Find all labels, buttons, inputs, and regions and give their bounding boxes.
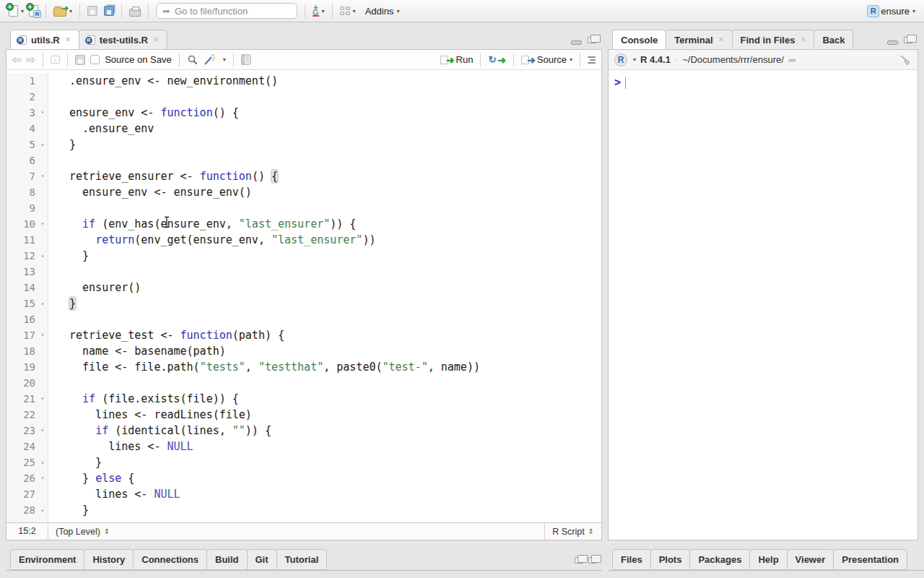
fold-marker-icon[interactable]: ▴ [38, 248, 48, 264]
gutter[interactable]: 1 [6, 73, 48, 89]
rerun-button[interactable]: ↻ ➜ [488, 54, 506, 66]
code-line-27[interactable]: 27 lines <- NULL [6, 486, 601, 502]
gutter[interactable]: 23▾ [6, 423, 48, 439]
addins-menu[interactable]: Addins ▾ [365, 6, 400, 17]
tab-connections[interactable]: Connections [133, 549, 207, 570]
gutter[interactable]: 25▴ [6, 454, 48, 470]
fold-marker-icon[interactable]: ▴ [38, 454, 48, 470]
fold-marker-icon[interactable]: ▾ [38, 470, 48, 486]
gutter[interactable]: 17▾ [6, 327, 48, 343]
tab-environment[interactable]: Environment [10, 549, 84, 570]
code-line-16[interactable]: 16 [6, 311, 601, 327]
popout-arrow-icon[interactable]: ➦ [788, 54, 797, 66]
code-line-22[interactable]: 22 lines <- readLines(file) [6, 407, 601, 423]
fold-marker-icon[interactable]: ▾ [38, 168, 48, 184]
code-line-20[interactable]: 20 [6, 375, 601, 391]
back-icon[interactable]: ⇦ [12, 53, 22, 66]
gutter[interactable]: 18 [6, 343, 48, 359]
close-icon[interactable]: × [154, 35, 159, 45]
gutter[interactable]: 16 [6, 311, 48, 327]
popout-icon[interactable]: ⌕ [51, 56, 60, 64]
restore-pane-icon[interactable] [575, 557, 583, 564]
code-line-14[interactable]: 14 ensurer() [6, 280, 601, 296]
gutter[interactable]: 20 [6, 375, 48, 391]
close-icon[interactable]: × [719, 35, 724, 45]
source-button[interactable]: ➜ Source ▾ [521, 54, 572, 66]
code-line-6[interactable]: 6 [6, 152, 601, 168]
code-line-17[interactable]: 17▾retrieve_test <- function(path) { [6, 327, 601, 343]
code-line-18[interactable]: 18 name <- basename(path) [6, 343, 601, 359]
maximize-pane-icon[interactable] [904, 37, 912, 43]
clear-console-broom-icon[interactable] [899, 54, 912, 66]
tab-find-in-files[interactable]: Find in Files× [732, 30, 815, 50]
tab-console[interactable]: Console [612, 30, 666, 50]
gutter[interactable]: 8 [6, 184, 48, 200]
gutter[interactable]: 22 [6, 407, 48, 423]
tab-terminal[interactable]: Terminal× [666, 30, 732, 50]
fold-marker-icon[interactable]: ▴ [38, 502, 48, 518]
tab-back[interactable]: Back [814, 30, 853, 50]
gutter[interactable]: 9 [6, 200, 48, 216]
r-logo-icon[interactable]: R [614, 53, 627, 66]
gutter[interactable]: 19 [6, 359, 48, 375]
open-file-button[interactable]: ➜ ▾ [53, 6, 72, 17]
code-line-23[interactable]: 23▾ if (identical(lines, "")) { [6, 423, 601, 439]
tab-git[interactable]: Git [247, 549, 277, 570]
gutter[interactable]: 15▴ [6, 296, 48, 311]
code-line-5[interactable]: 5▴} [6, 137, 601, 152]
tab-tutorial[interactable]: Tutorial [276, 549, 328, 570]
maximize-pane-icon[interactable] [588, 557, 596, 564]
code-line-19[interactable]: 19 file <- file.path("tests", "testthat"… [6, 359, 601, 375]
run-button[interactable]: ➜ Run [440, 54, 474, 66]
gutter[interactable]: 27 [6, 486, 48, 502]
code-line-13[interactable]: 13 [6, 264, 601, 280]
tab-packages[interactable]: Packages [689, 549, 750, 570]
fold-marker-icon[interactable]: ▾ [38, 391, 48, 407]
gutter[interactable]: 13 [6, 264, 48, 280]
gutter[interactable]: 21▾ [6, 391, 48, 407]
gutter[interactable]: 11 [6, 232, 48, 248]
pane-layout-button[interactable]: ▾ [340, 7, 356, 15]
gutter[interactable]: 26▾ [6, 470, 48, 486]
close-icon[interactable]: × [66, 35, 71, 45]
project-menu[interactable]: R ensure ▾ [867, 5, 915, 17]
version-control-button[interactable]: +G ▾ [313, 5, 325, 17]
print-button[interactable] [129, 6, 141, 17]
gutter[interactable]: 4 [6, 121, 48, 137]
close-icon[interactable]: × [801, 35, 806, 45]
tab-viewer[interactable]: Viewer [787, 549, 834, 570]
save-icon[interactable] [75, 55, 85, 65]
tab-plots[interactable]: Plots [650, 549, 691, 570]
fold-marker-icon[interactable]: ▾ [38, 216, 48, 232]
gutter[interactable]: 29 [6, 518, 48, 522]
save-all-button[interactable] [103, 6, 114, 16]
code-line-3[interactable]: 3▾ensure_env <- function() { [6, 105, 601, 121]
console-output[interactable]: > [609, 70, 918, 540]
code-line-25[interactable]: 25▴ } [6, 454, 601, 470]
scope-selector[interactable]: (Top Level) ⇕ [48, 527, 544, 537]
fold-marker-icon[interactable]: ▾ [38, 327, 48, 343]
new-file-button[interactable]: + ▾ [9, 5, 24, 17]
gutter[interactable]: 28▴ [6, 502, 48, 518]
gutter[interactable]: 6 [6, 152, 48, 168]
gutter[interactable]: 2 [6, 89, 48, 105]
code-line-8[interactable]: 8 ensure_env <- ensure_env() [6, 184, 601, 200]
gutter[interactable]: 10▾ [6, 216, 48, 232]
code-line-26[interactable]: 26▾ } else { [6, 470, 601, 486]
code-line-24[interactable]: 24 lines <- NULL [6, 439, 601, 454]
tab-files[interactable]: Files [612, 549, 651, 570]
code-line-9[interactable]: 9 [6, 200, 601, 216]
code-line-10[interactable]: 10▾ if (env_has(ensure_env, "last_ensure… [6, 216, 601, 232]
goto-file-function-input[interactable] [175, 6, 283, 17]
code-line-11[interactable]: 11 return(env_get(ensure_env, "last_ensu… [6, 232, 601, 248]
outline-icon[interactable] [588, 56, 596, 64]
code-line-15[interactable]: 15▴} [6, 296, 601, 311]
code-line-1[interactable]: 1.ensure_env <- new_environment() [6, 73, 601, 89]
maximize-pane-icon[interactable] [588, 37, 596, 43]
code-line-2[interactable]: 2 [6, 89, 601, 105]
gutter[interactable]: 5▴ [6, 137, 48, 152]
source-on-save-checkbox[interactable] [90, 55, 100, 64]
gutter[interactable]: 24 [6, 439, 48, 454]
fold-marker-icon[interactable]: ▴ [38, 137, 48, 152]
code-line-28[interactable]: 28▴ } [6, 502, 601, 518]
